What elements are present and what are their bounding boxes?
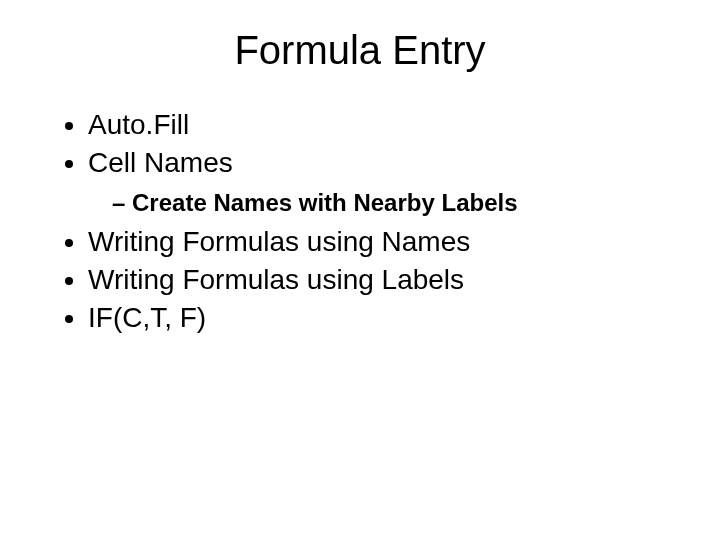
list-item-label: Cell Names (88, 147, 233, 178)
sub-bullet-list: Create Names with Nearby Labels (88, 187, 690, 218)
list-item: Writing Formulas using Labels (88, 262, 690, 298)
bullet-list: Auto.Fill Cell Names Create Names with N… (30, 107, 690, 335)
slide: Formula Entry Auto.Fill Cell Names Creat… (0, 0, 720, 540)
list-item: Cell Names Create Names with Nearby Labe… (88, 145, 690, 218)
list-item: Create Names with Nearby Labels (112, 187, 690, 218)
list-item: IF(C,T, F) (88, 300, 690, 336)
list-item: Auto.Fill (88, 107, 690, 143)
slide-title: Formula Entry (30, 28, 690, 73)
list-item: Writing Formulas using Names (88, 224, 690, 260)
